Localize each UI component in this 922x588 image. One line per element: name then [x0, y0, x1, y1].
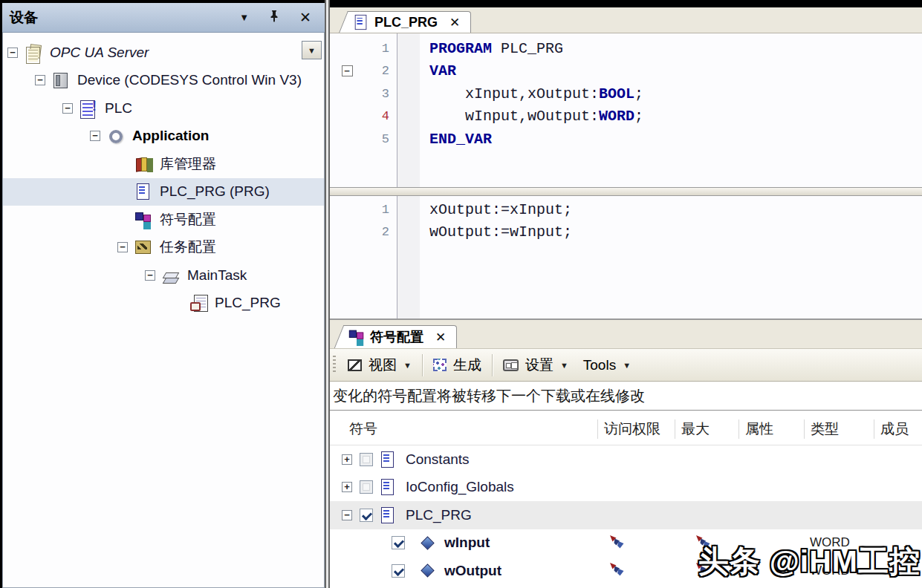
minus-expander-icon[interactable]: −	[35, 75, 45, 85]
code-line: 5END_VAR	[330, 128, 922, 151]
minus-expander-icon[interactable]: −	[62, 103, 73, 114]
symbol-name-cell: +IoConfig_Globals	[330, 474, 597, 502]
members-cell	[874, 501, 922, 529]
device-dropdown-button[interactable]: ▼	[302, 41, 322, 59]
toolbar-grip[interactable]	[333, 356, 336, 374]
line-number: 5	[364, 132, 397, 146]
tree-item-device-codesys-control-win-v3[interactable]: −Device (CODESYS Control Win V3)	[3, 67, 324, 95]
toolbar-separator	[492, 354, 493, 376]
pou-icon	[353, 14, 369, 30]
tree-item-label: Device (CODESYS Control Win V3)	[77, 72, 302, 88]
declaration-editor[interactable]: 1PROGRAM PLC_PRG−2VAR3 xInput,xOutput:BO…	[330, 33, 922, 187]
tree-item-[interactable]: 库管理器	[3, 150, 324, 178]
column-header-4[interactable]: 属性	[738, 419, 804, 439]
tree-item-[interactable]: −任务配置	[3, 234, 324, 262]
tree-item-opc-ua-server[interactable]: −OPC UA Server	[3, 39, 324, 67]
plus-expander-icon[interactable]: +	[342, 454, 352, 465]
column-header-1[interactable]: 符号	[330, 419, 597, 439]
symbol-name: Constants	[406, 451, 470, 468]
tree-item-[interactable]: 符号配置	[3, 206, 324, 234]
code-line: 1xOutput:=xInput;	[330, 198, 922, 221]
symbol-name-cell: +Constants	[330, 445, 597, 474]
task-config-icon	[134, 238, 152, 256]
symbol-row-plc_prg[interactable]: −PLC_PRG	[330, 501, 922, 529]
document-icon	[379, 506, 397, 524]
declaration-lines: 1PROGRAM PLC_PRG−2VAR3 xInput,xOutput:BO…	[330, 37, 922, 151]
tree-item-maintask[interactable]: −MainTask	[3, 261, 324, 290]
attribute-cell	[738, 501, 804, 529]
symbol-config-tabbar: 符号配置 ✕	[330, 320, 922, 348]
panel-splitter[interactable]	[325, 0, 330, 588]
members-cell	[874, 474, 922, 502]
line-number: 4	[364, 109, 397, 123]
tab-plc-prg[interactable]: PLC_PRG ✕	[349, 11, 471, 33]
line-number: 1	[364, 42, 397, 56]
tree-item-application[interactable]: −Application	[3, 122, 324, 151]
toolbar-button-设置[interactable]: 设置▼	[496, 353, 576, 378]
code-text: VAR	[397, 62, 456, 79]
code-line: 1PROGRAM PLC_PRG	[330, 37, 922, 60]
editor-splitter[interactable]	[330, 187, 922, 196]
tree-item-label: OPC UA Server	[50, 45, 149, 61]
device-icon	[52, 71, 70, 89]
maximal-cell	[675, 474, 738, 502]
checkbox-checked[interactable]	[360, 509, 373, 522]
close-icon[interactable]: ✕	[299, 10, 311, 24]
column-header-3[interactable]: 最大	[675, 419, 738, 439]
symbol-name: IoConfig_Globals	[406, 479, 514, 495]
pin-icon[interactable]	[269, 10, 279, 25]
close-icon[interactable]: ✕	[449, 16, 460, 29]
toolbar-button-label: Tools	[583, 357, 616, 373]
tab-symbol-config[interactable]: 符号配置 ✕	[345, 325, 457, 348]
minus-expander-icon[interactable]: −	[342, 510, 352, 520]
tree-item-plc_prg[interactable]: PLC_PRG	[3, 290, 324, 318]
attribute-cell	[738, 445, 804, 474]
fold-box-glyph: −	[342, 65, 353, 76]
library-manager-icon	[134, 155, 152, 173]
checkbox-checked[interactable]	[392, 564, 405, 578]
code-text: END_VAR	[397, 131, 492, 148]
toolbar-button-tools[interactable]: Tools▼	[576, 354, 638, 376]
pou-ref-icon	[189, 294, 207, 312]
column-header-5[interactable]: 类型	[804, 419, 874, 439]
info-bar: 变化的符号配置将被转移下一个下载或在线修改	[330, 382, 922, 411]
chevron-down-icon[interactable]: ▼	[239, 12, 249, 23]
toolbar-button-生成[interactable]: 生成	[426, 353, 489, 378]
implementation-editor[interactable]: 1xOutput:=xInput;2wOutput:=wInput;	[330, 196, 922, 320]
symbol-table-header: 符号访问权限最大属性类型成员	[330, 414, 922, 445]
document-icon	[379, 478, 397, 496]
minus-expander-icon[interactable]: −	[7, 48, 18, 58]
plus-expander-icon[interactable]: +	[342, 482, 352, 492]
symbol-row-constants[interactable]: +Constants	[330, 445, 922, 474]
symbol-row-ioconfig_globals[interactable]: +IoConfig_Globals	[330, 474, 922, 502]
pou-icon	[134, 183, 152, 200]
tree-item-label: 库管理器	[160, 154, 216, 174]
devices-panel-title: 设备	[10, 8, 38, 27]
checkbox-checked[interactable]	[392, 536, 405, 549]
close-icon[interactable]: ✕	[435, 331, 446, 344]
devices-panel-titlebar: 设备 ▼ ✕	[2, 3, 325, 33]
column-header-2[interactable]: 访问权限	[597, 419, 675, 439]
code-text: wInput,wOutput:WORD;	[397, 108, 643, 125]
toolbar-button-视图[interactable]: 视图▼	[340, 353, 419, 378]
code-text: xInput,xOutput:BOOL;	[397, 85, 643, 102]
editor-tabbar: PLC_PRG ✕	[330, 7, 922, 33]
members-cell	[874, 445, 922, 474]
type-cell	[804, 501, 874, 529]
symbol-name-cell: −PLC_PRG	[330, 501, 597, 529]
code-text: xOutput:=xInput;	[397, 201, 572, 218]
symbol-config-icon	[134, 211, 152, 229]
fold-minus-icon[interactable]: −	[330, 65, 364, 76]
info-text: 变化的符号配置将被转移下一个下载或在线修改	[333, 386, 645, 406]
checkbox-mixed[interactable]	[360, 453, 373, 466]
code-line: 4 wInput,wOutput:WORD;	[330, 105, 922, 128]
minus-expander-icon[interactable]: −	[90, 131, 100, 141]
minus-expander-icon[interactable]: −	[145, 270, 155, 281]
column-header-6[interactable]: 成员	[874, 419, 922, 439]
toolbar-items: 视图▼生成设置▼Tools▼	[340, 353, 638, 378]
code-line: 3 xInput,xOutput:BOOL;	[330, 82, 922, 105]
minus-expander-icon[interactable]: −	[117, 242, 128, 252]
tree-item-plc[interactable]: −PLC	[3, 94, 324, 122]
checkbox-mixed[interactable]	[360, 480, 373, 494]
tree-item-plc_prg-prg[interactable]: PLC_PRG (PRG)	[3, 178, 324, 206]
